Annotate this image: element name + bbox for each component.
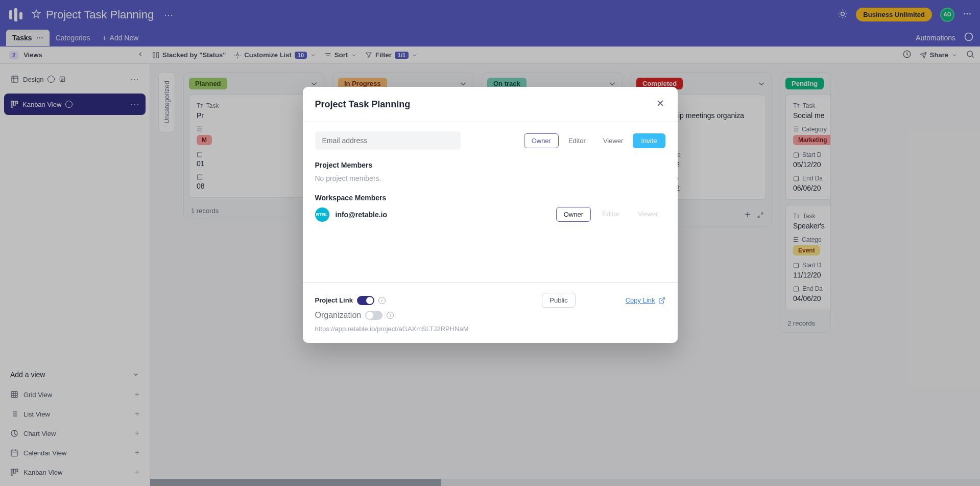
member-role-editor: Editor bbox=[595, 207, 627, 222]
role-editor-button[interactable]: Editor bbox=[561, 133, 593, 148]
modal-overlay[interactable]: Project Task Planning Owner Editor Viewe… bbox=[0, 0, 980, 486]
role-viewer-button[interactable]: Viewer bbox=[595, 133, 631, 148]
info-icon[interactable]: i bbox=[378, 297, 386, 304]
project-members-heading: Project Members bbox=[315, 161, 665, 169]
role-owner-button[interactable]: Owner bbox=[524, 133, 559, 148]
close-button[interactable] bbox=[655, 97, 665, 111]
email-input[interactable] bbox=[315, 131, 461, 150]
public-button[interactable]: Public bbox=[542, 293, 575, 308]
info-icon[interactable]: i bbox=[387, 312, 394, 319]
member-role-viewer: Viewer bbox=[631, 207, 665, 222]
no-members-text: No project members. bbox=[315, 174, 665, 182]
organization-label: Organization bbox=[315, 311, 362, 320]
invite-button[interactable]: Invite bbox=[633, 133, 665, 148]
organization-toggle[interactable] bbox=[365, 311, 383, 320]
modal-title: Project Task Planning bbox=[315, 99, 411, 110]
project-url: https://app.retable.io/project/aGAXmSLTJ… bbox=[315, 325, 665, 333]
member-role-owner[interactable]: Owner bbox=[556, 207, 591, 222]
member-row: RTBL info@retable.io Owner Editor Viewer bbox=[315, 207, 665, 222]
member-email: info@retable.io bbox=[336, 211, 388, 219]
copy-link-button[interactable]: Copy Link bbox=[626, 296, 665, 304]
workspace-members-heading: Workspace Members bbox=[315, 194, 665, 202]
member-avatar: RTBL bbox=[315, 207, 329, 222]
project-link-toggle[interactable] bbox=[357, 296, 374, 305]
project-link-label: Project Link bbox=[315, 296, 353, 304]
share-modal: Project Task Planning Owner Editor Viewe… bbox=[303, 87, 678, 343]
